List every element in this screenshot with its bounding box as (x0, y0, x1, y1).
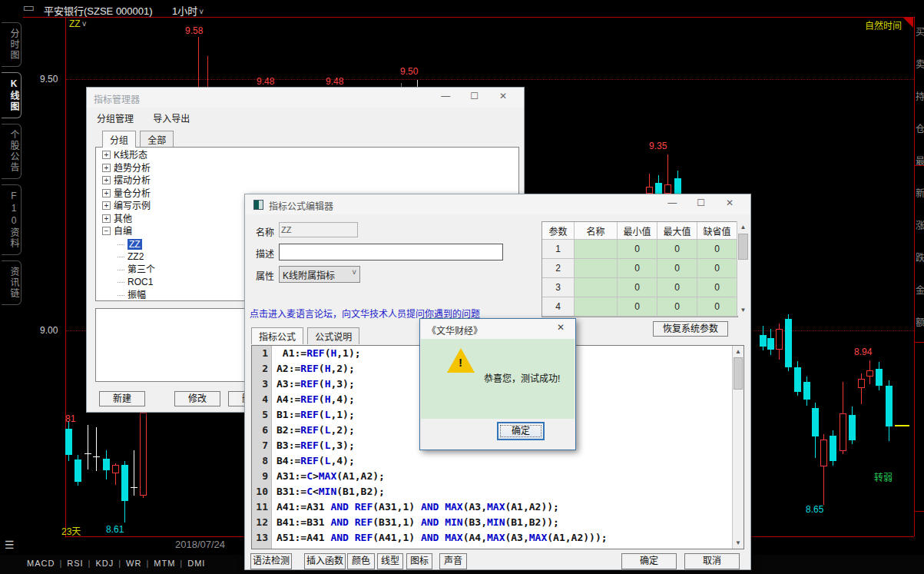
restore-defaults-button[interactable]: 恢复系统参数 (653, 321, 728, 337)
param-value-cell[interactable] (575, 297, 618, 317)
sidebar-tab-3[interactable]: 个股公告 (2, 124, 22, 179)
sidebar-tab-1[interactable]: 分时图 (2, 22, 22, 67)
modify-button[interactable]: 修改 (174, 391, 220, 406)
dialog-titlebar[interactable]: 指标公式编辑器 — ☐ ✕ (245, 194, 750, 214)
scrollbar-thumb[interactable] (734, 357, 743, 390)
param-value-cell[interactable]: 0 (697, 259, 737, 278)
param-value-cell[interactable]: 0 (618, 278, 657, 297)
param-value-cell[interactable]: 0 (618, 297, 657, 317)
menu-import-export[interactable]: 导入导出 (153, 111, 190, 124)
period-dropdown[interactable]: 1小时˅ (172, 3, 204, 18)
line-number: 14 (252, 546, 271, 549)
parameter-table[interactable]: 参数名称最小值最大值缺省值1000200030004000 (541, 221, 738, 317)
param-index-cell: 1 (542, 240, 575, 259)
scroll-down-icon[interactable]: ▼ (737, 304, 749, 316)
minimize-button[interactable]: — (659, 197, 685, 208)
tree-item-label[interactable]: 摆动分析 (114, 175, 151, 186)
param-value-cell[interactable] (575, 259, 618, 278)
tab-formula-help[interactable]: 公式说明 (307, 327, 359, 344)
tree-item-label[interactable]: K线形态 (114, 150, 147, 161)
line-style-button[interactable]: 线型 (377, 553, 403, 569)
indicator-shortcut-dmi[interactable]: DMI (187, 559, 205, 568)
param-value-cell[interactable]: 0 (657, 259, 697, 278)
expand-icon[interactable]: + (102, 176, 111, 184)
candle-down (785, 319, 792, 367)
param-value-cell[interactable]: 0 (697, 297, 737, 317)
tree-item-label[interactable]: 振幅 (128, 290, 146, 300)
tree-item-label[interactable]: ZZ2 (128, 251, 144, 262)
new-button[interactable]: 新建 (99, 391, 145, 406)
dialog-titlebar[interactable]: 《文华财经》 ✕ (420, 319, 575, 339)
tree-item-label[interactable]: 趋势分析 (114, 163, 151, 174)
scrollbar-thumb[interactable] (738, 234, 748, 260)
cancel-button[interactable]: 取消 (684, 553, 740, 569)
tab-group[interactable]: 分组 (102, 131, 136, 148)
maximize-button[interactable]: ☐ (462, 91, 488, 101)
syntax-check-button[interactable]: 语法检测 (250, 553, 292, 569)
param-value-cell[interactable]: 0 (618, 240, 657, 259)
table-scrollbar[interactable]: ▲ ▼ (737, 221, 749, 316)
tab-all[interactable]: 全部 (140, 131, 174, 148)
message-box: 《文华财经》 ✕ ! 恭喜您，测试成功! 确定 (419, 318, 576, 450)
sidebar-tab-5[interactable]: 资讯链 (2, 260, 22, 305)
expand-icon[interactable]: + (102, 201, 111, 210)
tree-item-label[interactable]: 其他 (114, 214, 132, 224)
sidebar-tab-2[interactable]: K线图 (2, 72, 22, 118)
close-button[interactable]: ✕ (490, 91, 516, 101)
expand-icon[interactable]: + (102, 189, 111, 197)
param-value-cell[interactable]: 0 (697, 278, 737, 297)
scroll-up-icon[interactable]: ▲ (733, 346, 744, 357)
tree-item-label[interactable]: 自编 (114, 226, 132, 237)
ok-button[interactable]: 确定 (621, 553, 677, 569)
description-field[interactable] (279, 244, 503, 260)
param-value-cell[interactable] (575, 278, 618, 297)
tree-item[interactable]: +K线形态 (96, 149, 518, 162)
tree-item-label[interactable]: 编写示例 (114, 201, 151, 211)
menu-group-management[interactable]: 分组管理 (97, 111, 134, 124)
param-value-cell[interactable]: 0 (618, 259, 657, 278)
code-scrollbar[interactable]: ▲ ▼ (732, 346, 744, 549)
corner-marker-icon (903, 18, 913, 28)
list-menu-icon[interactable]: ☰ (5, 539, 15, 551)
link-icon[interactable]: ⊏⊐ (23, 4, 33, 12)
tab-formula[interactable]: 指标公式 (251, 327, 303, 344)
maximize-button[interactable]: ☐ (688, 197, 714, 208)
param-value-cell[interactable]: 0 (657, 240, 697, 259)
expand-icon[interactable]: + (102, 151, 111, 159)
indicator-shortcut-macd[interactable]: MACD (27, 559, 55, 568)
tree-item-label[interactable]: 第三个 (128, 264, 155, 275)
indicator-overlay-dropdown[interactable]: ZZ˅ (69, 18, 87, 29)
tree-item-label[interactable]: ROC1 (128, 277, 153, 287)
indicator-shortcut-wr[interactable]: WR (126, 559, 141, 568)
price-label: 9.48 (326, 76, 343, 87)
ok-button[interactable]: 确定 (497, 422, 545, 440)
minimize-button[interactable]: — (432, 91, 459, 101)
tree-item[interactable]: +摆动分析 (96, 174, 518, 187)
attribute-dropdown[interactable]: K线附属指标˅ (279, 266, 360, 283)
tree-item-label[interactable]: 量仓分析 (114, 188, 151, 199)
dialog-titlebar[interactable]: 指标管理器 — ☐ ✕ (87, 88, 524, 108)
close-icon[interactable]: ✕ (548, 322, 574, 333)
indicator-shortcut-mtm[interactable]: MTM (154, 559, 175, 568)
sidebar-tab-4[interactable]: F10资料 (2, 184, 22, 255)
indicator-shortcut-kdj[interactable]: KDJ (95, 559, 114, 568)
expand-icon[interactable]: + (102, 164, 111, 172)
tree-item[interactable]: +趋势分析 (96, 162, 518, 175)
param-value-cell[interactable]: 0 (657, 297, 697, 317)
param-value-cell[interactable] (575, 240, 618, 259)
param-value-cell[interactable]: 0 (697, 240, 737, 259)
sound-button[interactable]: 声音 (439, 553, 467, 569)
close-button[interactable]: ✕ (717, 197, 743, 208)
insert-function-button[interactable]: 插入函数 (304, 553, 346, 569)
scroll-up-icon[interactable]: ▲ (737, 221, 749, 233)
icon-button[interactable]: 图标 (406, 553, 432, 569)
color-button[interactable]: 颜色 (347, 553, 375, 569)
collapse-icon[interactable]: − (102, 227, 111, 235)
scroll-down-icon[interactable]: ▼ (733, 537, 744, 549)
indicator-shortcut-rsi[interactable]: RSI (67, 559, 83, 568)
expand-icon[interactable]: + (102, 214, 111, 223)
param-value-cell[interactable]: 0 (657, 278, 697, 297)
time-mode-button[interactable]: 自然时间 (865, 18, 902, 32)
tree-item-label[interactable]: ZZ (128, 239, 142, 250)
name-field[interactable] (279, 222, 358, 237)
